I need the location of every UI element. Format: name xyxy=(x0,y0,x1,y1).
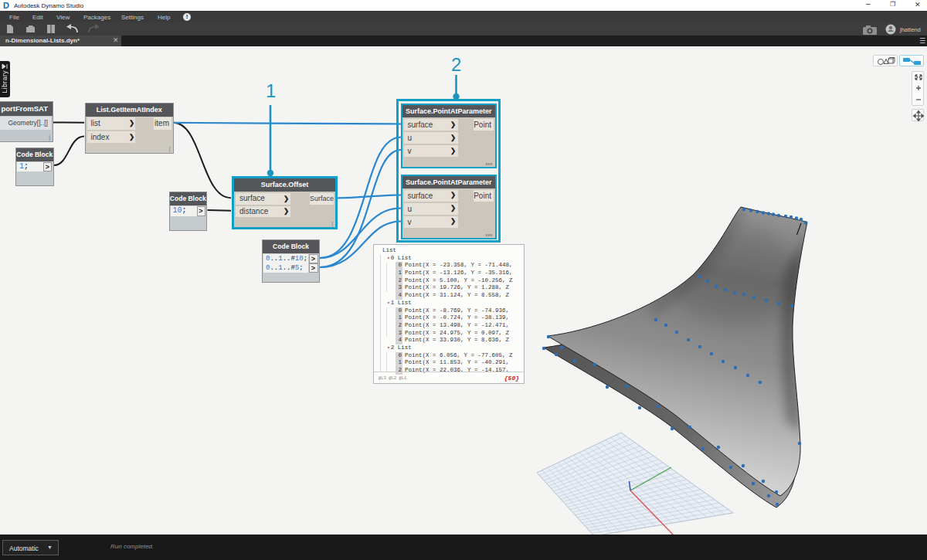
svg-text:jhattend: jhattend xyxy=(899,26,921,33)
